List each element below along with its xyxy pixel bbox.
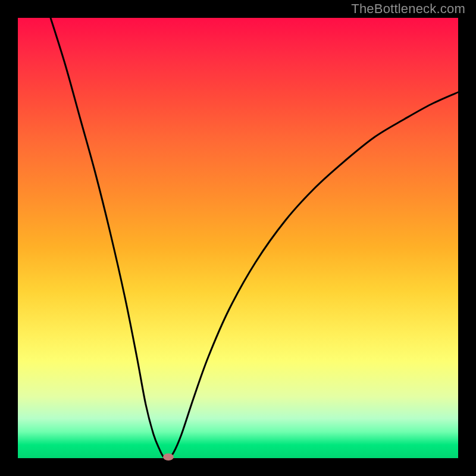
watermark-text: TheBottleneck.com xyxy=(351,1,465,17)
curve-path xyxy=(51,18,458,459)
optimum-marker xyxy=(163,453,174,461)
bottleneck-curve xyxy=(18,18,458,458)
plot-area xyxy=(18,18,458,458)
chart-frame: TheBottleneck.com xyxy=(0,0,476,476)
